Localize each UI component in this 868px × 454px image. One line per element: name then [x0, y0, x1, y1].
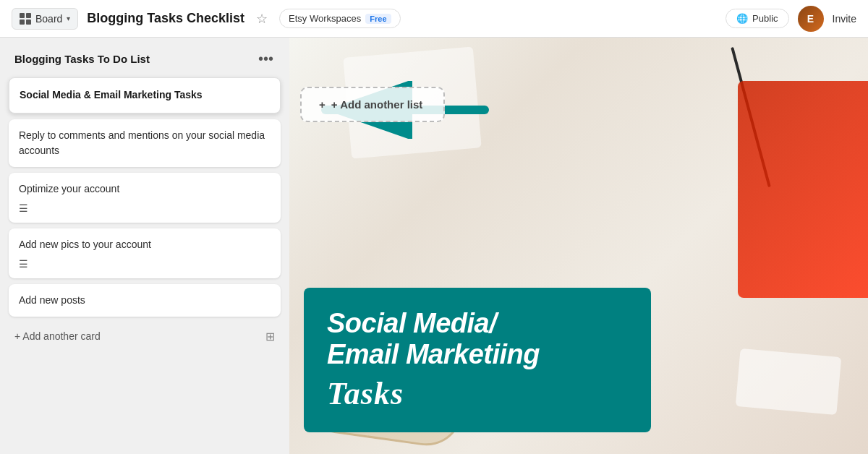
red-decoration: [738, 81, 868, 298]
overlay-line1: Social Media/: [327, 308, 628, 340]
overlay-line2: Email Marketiing: [327, 339, 628, 371]
star-button[interactable]: ☆: [253, 8, 271, 30]
table-row[interactable]: Add new posts: [9, 284, 281, 317]
board-icon: [20, 13, 31, 25]
page-title: Blogging Tasks Checklist: [87, 11, 244, 26]
card-text: Add new pics to your account: [19, 239, 151, 250]
public-label: Public: [752, 13, 778, 24]
invite-button[interactable]: Invite: [833, 13, 856, 25]
top-bar: Board ▾ Blogging Tasks Checklist ☆ Etsy …: [0, 0, 868, 38]
card-text: Reply to comments and mentions on your s…: [19, 129, 265, 156]
teal-overlay-box: Social Media/ Email Marketiing Tasks: [304, 288, 651, 432]
description-icon: ☰: [19, 258, 28, 270]
list-header: Blogging Tasks To Do List •••: [9, 46, 281, 72]
add-card-row: + Add another card ⊞: [9, 322, 281, 346]
list-column: Blogging Tasks To Do List ••• Social Med…: [0, 38, 289, 454]
add-another-list-label: + Add another list: [331, 98, 423, 111]
board-button[interactable]: Board ▾: [12, 8, 78, 30]
card-text: Optimize your account: [19, 183, 119, 194]
card-template-icon[interactable]: ⊞: [265, 330, 275, 343]
free-badge: Free: [365, 14, 391, 24]
overlay-line3: Tasks: [327, 375, 628, 412]
board-content: Social Media/ Email Marketiing Tasks + +…: [0, 38, 868, 454]
list-menu-button[interactable]: •••: [254, 49, 278, 69]
card-icon-row: ☰: [19, 202, 271, 214]
card-title: Social Media & Email Marketing Tasks: [20, 89, 203, 100]
table-row[interactable]: Social Media & Email Marketing Tasks: [9, 77, 281, 113]
public-button[interactable]: 🌐 Public: [726, 9, 788, 28]
workspace-pill[interactable]: Etsy Workspaces Free: [279, 9, 400, 28]
chevron-down-icon: ▾: [67, 14, 70, 22]
paper2-decoration: [736, 348, 841, 415]
list-title: Blogging Tasks To Do List: [14, 53, 150, 65]
plus-icon: +: [319, 98, 326, 111]
globe-icon: 🌐: [736, 13, 748, 24]
add-another-list-button[interactable]: + + Add another list: [300, 87, 445, 122]
board-label: Board: [35, 13, 62, 25]
workspace-label: Etsy Workspaces: [289, 13, 361, 24]
avatar[interactable]: E: [798, 6, 824, 32]
table-row[interactable]: Optimize your account ☰: [9, 173, 281, 223]
card-text: Add new posts: [19, 294, 85, 306]
table-row[interactable]: Reply to comments and mentions on your s…: [9, 119, 281, 167]
description-icon: ☰: [19, 202, 28, 214]
card-icon-row: ☰: [19, 258, 271, 270]
add-another-card-button[interactable]: + Add another card: [14, 330, 101, 342]
table-row[interactable]: Add new pics to your account ☰: [9, 228, 281, 278]
